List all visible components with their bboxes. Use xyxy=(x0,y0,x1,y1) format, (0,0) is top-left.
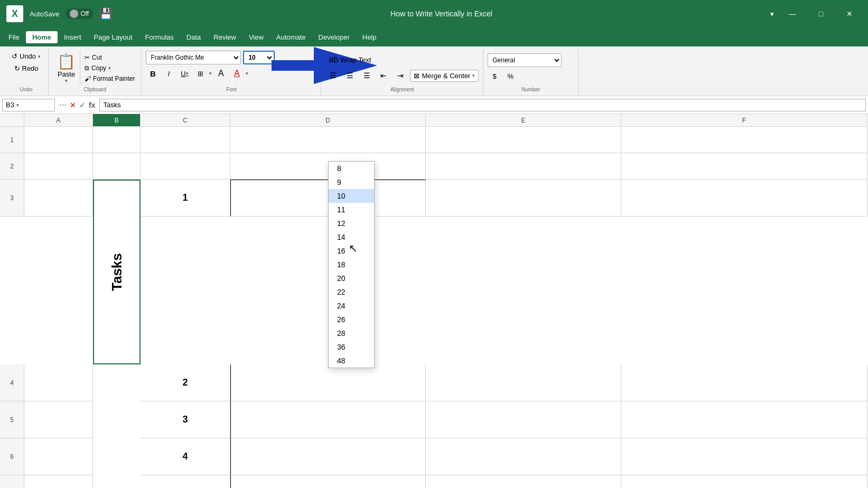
cell-C3[interactable]: 1 xyxy=(141,180,230,217)
cell-F3[interactable] xyxy=(621,180,867,217)
menu-item-formulas[interactable]: Formulas xyxy=(139,31,180,43)
cell-C5[interactable]: 3 xyxy=(141,401,230,438)
menu-item-data[interactable]: Data xyxy=(180,31,207,43)
cancel-icon[interactable]: ✕ xyxy=(70,101,76,109)
copy-dropdown-icon[interactable]: ▾ xyxy=(108,65,111,71)
borders-button[interactable]: ⊞ xyxy=(193,67,207,80)
fontsize-16[interactable]: 16 xyxy=(329,244,374,258)
fontsize-12[interactable]: 12 xyxy=(329,217,374,230)
cell-F5[interactable] xyxy=(621,401,867,438)
fontsize-10[interactable]: 10 xyxy=(329,189,374,203)
paste-button[interactable]: 📋 Paste ▾ xyxy=(53,51,80,86)
cell-F6[interactable] xyxy=(621,438,867,475)
col-header-D[interactable]: D xyxy=(230,114,426,127)
insert-function-icon[interactable]: fx xyxy=(89,101,95,109)
menu-item-insert[interactable]: Insert xyxy=(58,31,88,43)
fontsize-20[interactable]: 20 xyxy=(329,271,374,285)
bold-button[interactable]: B xyxy=(146,67,160,80)
undo-dropdown-icon[interactable]: ▾ xyxy=(38,54,41,59)
row-header-2[interactable]: 2 xyxy=(0,153,24,180)
paste-dropdown-icon[interactable]: ▾ xyxy=(65,78,68,83)
autosave-toggle[interactable]: Off xyxy=(66,8,93,19)
indent-inc-button[interactable]: ⇥ xyxy=(393,68,408,83)
format-painter-button[interactable]: 🖌 Format Painter xyxy=(82,74,137,83)
col-header-B[interactable]: B xyxy=(93,114,141,127)
cell-A2[interactable] xyxy=(24,153,93,180)
menu-item-developer[interactable]: Developer xyxy=(312,31,356,43)
minimize-button[interactable]: — xyxy=(780,5,805,22)
cell-C7[interactable]: 5 xyxy=(141,475,230,488)
align-center-button[interactable]: ☰ xyxy=(342,68,357,83)
cell-D1[interactable] xyxy=(230,127,426,153)
cell-A3[interactable] xyxy=(24,180,93,217)
cell-A7[interactable] xyxy=(24,475,93,488)
cell-E7[interactable] xyxy=(426,475,621,488)
fontsize-24[interactable]: 24 xyxy=(329,299,374,313)
fontsize-22[interactable]: 22 xyxy=(329,285,374,299)
col-header-E[interactable]: E xyxy=(426,114,621,127)
cell-A4[interactable] xyxy=(24,364,93,401)
cell-C2[interactable] xyxy=(141,153,230,180)
cell-E5[interactable] xyxy=(426,401,621,438)
row-header-6[interactable]: 6 xyxy=(0,438,24,475)
percent-button[interactable]: % xyxy=(503,69,517,83)
cell-F4[interactable] xyxy=(621,364,867,401)
cell-C4[interactable]: 2 xyxy=(141,364,230,401)
menu-item-review[interactable]: Review xyxy=(207,31,242,43)
formula-input[interactable] xyxy=(99,99,866,111)
cell-F7[interactable] xyxy=(621,475,867,488)
fontsize-36[interactable]: 36 xyxy=(329,340,374,354)
cell-B2[interactable] xyxy=(93,153,141,180)
borders-dropdown-icon[interactable]: ▾ xyxy=(209,71,212,76)
fontsize-28[interactable]: 28 xyxy=(329,326,374,340)
col-header-F[interactable]: F xyxy=(621,114,867,127)
row-header-5[interactable]: 5 xyxy=(0,401,24,438)
fontsize-14[interactable]: 14 xyxy=(329,230,374,244)
cell-ref-dropdown-icon[interactable]: ▾ xyxy=(16,102,19,108)
fontsize-9[interactable]: 9 xyxy=(329,175,374,189)
row-header-7[interactable]: 7 xyxy=(0,475,24,488)
cell-A1[interactable] xyxy=(24,127,93,153)
cell-reference-box[interactable]: B3 ▾ xyxy=(2,99,55,111)
wrap-text-button[interactable]: ab Wrap Text xyxy=(325,53,374,66)
cell-C1[interactable] xyxy=(141,127,230,153)
cell-B1[interactable] xyxy=(93,127,141,153)
col-header-A[interactable]: A xyxy=(24,114,93,127)
cell-B3-merged[interactable]: Tasks xyxy=(93,180,141,364)
row-header-4[interactable]: 4 xyxy=(0,364,24,401)
cell-A6[interactable] xyxy=(24,438,93,475)
font-color-button[interactable]: A xyxy=(230,67,244,80)
font-color-dropdown-icon[interactable]: ▾ xyxy=(246,71,248,76)
cell-C6[interactable]: 4 xyxy=(141,438,230,475)
copy-button[interactable]: ⧉ Copy ▾ xyxy=(82,63,137,73)
options-icon[interactable]: ⋯ xyxy=(59,101,67,109)
fontsize-48[interactable]: 48 xyxy=(329,354,374,368)
row-header-1[interactable]: 1 xyxy=(0,127,24,153)
menu-item-automate[interactable]: Automate xyxy=(270,31,312,43)
underline-dropdown-icon[interactable]: ▾ xyxy=(186,71,189,76)
cell-E4[interactable] xyxy=(426,364,621,401)
cell-F1[interactable] xyxy=(621,127,867,153)
cell-F2[interactable] xyxy=(621,153,867,180)
fontsize-8[interactable]: 8 xyxy=(329,162,374,175)
align-left-button[interactable]: ☰ xyxy=(325,68,340,83)
cell-A5[interactable] xyxy=(24,401,93,438)
indent-dec-button[interactable]: ⇤ xyxy=(376,68,391,83)
menu-item-view[interactable]: View xyxy=(242,31,270,43)
title-dropdown-icon[interactable]: ▾ xyxy=(770,10,774,18)
redo-button[interactable]: ↻ Redo xyxy=(11,63,42,74)
cell-D7[interactable] xyxy=(230,475,426,488)
close-button[interactable]: ✕ xyxy=(837,5,862,22)
font-name-select[interactable]: Franklin Gothic Me xyxy=(146,51,241,64)
menu-item-page layout[interactable]: Page Layout xyxy=(88,31,139,43)
menu-item-file[interactable]: File xyxy=(2,31,26,43)
undo-button[interactable]: ↺ Undo ▾ xyxy=(8,51,44,62)
cell-E1[interactable] xyxy=(426,127,621,153)
fontsize-26[interactable]: 26 xyxy=(329,313,374,326)
cell-E6[interactable] xyxy=(426,438,621,475)
font-size-select[interactable]: 10 xyxy=(243,51,275,64)
col-header-C[interactable]: C xyxy=(141,114,230,127)
merge-center-button[interactable]: ⊠ Merge & Center ▾ xyxy=(410,70,479,82)
italic-button[interactable]: I xyxy=(162,67,175,80)
fill-color-button[interactable]: A xyxy=(214,67,228,80)
